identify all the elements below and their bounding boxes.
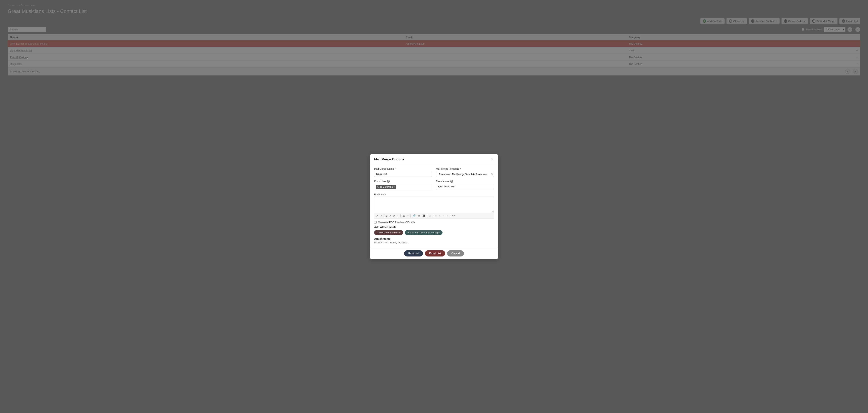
rt-italic[interactable]: I [389, 214, 392, 218]
form-row-1: Mail Merge Name * Mail Merge Template * … [374, 167, 494, 177]
rt-font-small[interactable]: A [379, 214, 383, 217]
rt-divider-5 [433, 214, 433, 217]
attachments-section-label: Attachments [374, 237, 494, 240]
rt-link[interactable]: 🔗 [412, 214, 416, 218]
rt-image[interactable]: 🖼 [422, 214, 426, 218]
rt-font-normal[interactable]: A [375, 214, 379, 218]
pdf-preview-checkbox[interactable] [374, 221, 377, 223]
attach-buttons: Upload from hard drive Attach from docum… [374, 230, 494, 235]
rt-divider-2 [400, 214, 401, 217]
pdf-preview-label: Generate PDF Preview of Emails [378, 221, 415, 224]
rt-align-left[interactable]: ≡ [434, 214, 438, 218]
merge-name-label: Mail Merge Name * [374, 167, 432, 170]
from-name-group: From Name ? [436, 180, 494, 190]
print-list-button[interactable]: Print List [404, 250, 423, 256]
modal-header: Mail Merge Options × [370, 154, 498, 164]
modal-close-button[interactable]: × [490, 158, 494, 161]
pdf-preview-row: Generate PDF Preview of Emails [374, 221, 494, 224]
merge-name-input[interactable] [374, 171, 432, 177]
rt-unordered-list[interactable]: ≡ [406, 214, 410, 218]
rt-ordered-list[interactable]: ☰ [402, 214, 406, 218]
mail-merge-modal: Mail Merge Options × Mail Merge Name * M… [370, 154, 498, 259]
rt-divider-1 [383, 214, 384, 217]
add-attachments-section: Add Attachments Upload from hard drive A… [374, 226, 494, 244]
add-attachments-label: Add Attachments [374, 226, 494, 229]
merge-name-group: Mail Merge Name * [374, 167, 432, 177]
merge-template-select[interactable]: Awesome - Mail Merge Template Awesome Ot… [436, 171, 494, 177]
rt-justify[interactable]: ≡ [445, 214, 449, 218]
rt-remove-format[interactable]: ✕ [428, 214, 432, 218]
email-note-textarea[interactable] [374, 197, 494, 212]
from-user-group: From User ? ASO Marketing × [374, 180, 432, 190]
attach-doc-manager-button[interactable]: Attach from document manager [405, 230, 442, 235]
email-note-label: Email note [374, 193, 494, 196]
no-files-text: No files are currently attached. [374, 241, 494, 244]
from-user-tag-input[interactable]: ASO Marketing × [374, 184, 432, 190]
from-user-label: From User ? [374, 180, 432, 183]
form-row-2: From User ? ASO Marketing × From Name ? [374, 180, 494, 190]
modal-body: Mail Merge Name * Mail Merge Template * … [370, 164, 498, 248]
rt-strikethrough[interactable]: T̲ [396, 214, 399, 217]
from-name-label: From Name ? [436, 180, 494, 183]
upload-hard-drive-button[interactable]: Upload from hard drive [374, 230, 403, 235]
from-name-input[interactable] [436, 184, 494, 189]
cancel-button[interactable]: Cancel [447, 250, 464, 256]
modal-title: Mail Merge Options [374, 157, 404, 161]
rt-underline[interactable]: U [392, 214, 396, 218]
rt-divider-3 [410, 214, 411, 217]
rt-bold[interactable]: B [385, 214, 389, 218]
rich-text-toolbar: A A B I U T̲ ☰ ≡ 🔗 ⊘ 🖼 ✕ [374, 213, 494, 219]
rt-remove-link[interactable]: ⊘ [417, 214, 421, 218]
from-user-help-icon: ? [387, 180, 390, 183]
merge-template-label: Mail Merge Template * [436, 167, 494, 170]
email-note-group: Email note A A B I U T̲ ☰ ≡ 🔗 ⊘ 🖼 [374, 193, 494, 219]
merge-template-group: Mail Merge Template * Awesome - Mail Mer… [436, 167, 494, 177]
from-name-help-icon: ? [450, 180, 453, 183]
email-list-button[interactable]: Email List [425, 250, 445, 256]
modal-overlay: Mail Merge Options × Mail Merge Name * M… [0, 0, 868, 413]
rt-align-center[interactable]: ≡ [438, 214, 441, 218]
from-user-tag: ASO Marketing × [376, 185, 396, 189]
from-user-tag-remove[interactable]: × [394, 186, 395, 188]
rt-source[interactable]: <> [451, 214, 456, 218]
rt-align-right[interactable]: ≡ [442, 214, 445, 218]
modal-footer: Print List Email List Cancel [370, 248, 498, 259]
